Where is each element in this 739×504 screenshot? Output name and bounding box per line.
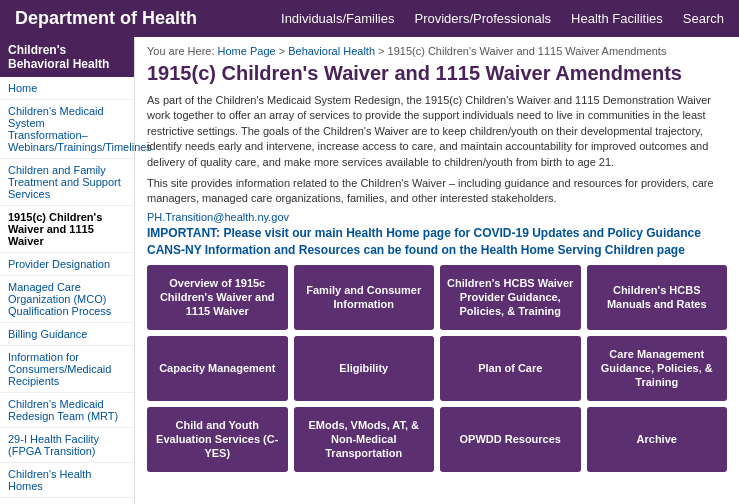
grid-item-family[interactable]: Family and Consumer Information [294,265,435,330]
grid-item-care-management[interactable]: Care Management Guidance, Policies, & Tr… [587,336,728,401]
sidebar-item-transformation[interactable]: Children's Medicaid System Transformatio… [0,100,134,159]
breadcrumb-prefix: You are Here: [147,45,218,57]
sidebar-item-mrt[interactable]: Children's Medicaid Redesign Team (MRT) [0,393,134,428]
sidebar-item-waiver[interactable]: 1915(c) Children's Waiver and 1115 Waive… [0,206,134,253]
grid-item-opwdd[interactable]: OPWDD Resources [440,407,581,472]
email-link[interactable]: PH.Transition@health.ny.gov [147,211,727,223]
sidebar-item-family-treatment[interactable]: Children and Family Treatment and Suppor… [0,159,134,206]
sidebar-item-home[interactable]: Home [0,77,134,100]
breadcrumb-current: 1915(c) Children's Waiver and 1115 Waive… [388,45,667,57]
intro-text: As part of the Children's Medicaid Syste… [147,93,727,170]
grid-item-archive[interactable]: Archive [587,407,728,472]
breadcrumb-behavioral-health[interactable]: Behavioral Health [288,45,375,57]
sidebar-item-mco[interactable]: Managed Care Organization (MCO) Qualific… [0,276,134,323]
grid-item-overview[interactable]: Overview of 1915c Children's Waiver and … [147,265,288,330]
sidebar: Children's Behavioral Health Home Childr… [0,37,135,504]
main-nav: Individuals/Families Providers/Professio… [227,11,724,26]
content-grid: Overview of 1915c Children's Waiver and … [147,265,727,472]
main-content: You are Here: Home Page > Behavioral Hea… [135,37,739,504]
department-title: Department of Health [15,8,197,29]
grid-item-emods[interactable]: EMods, VMods, AT, & Non-Medical Transpor… [294,407,435,472]
grid-item-hcbs-waiver[interactable]: Children's HCBS Waiver Provider Guidance… [440,265,581,330]
sidebar-item-fpga[interactable]: 29-I Health Facility (FPGA Transition) [0,428,134,463]
breadcrumb: You are Here: Home Page > Behavioral Hea… [147,45,727,57]
sidebar-item-consumers[interactable]: Information for Consumers/Medicaid Recip… [0,346,134,393]
breadcrumb-home[interactable]: Home Page [218,45,276,57]
nav-individuals[interactable]: Individuals/Families [281,11,394,26]
nav-providers[interactable]: Providers/Professionals [414,11,551,26]
layout: Children's Behavioral Health Home Childr… [0,37,739,504]
page-title: 1915(c) Children's Waiver and 1115 Waive… [147,61,727,85]
nav-search[interactable]: Search [683,11,724,26]
sidebar-item-links[interactable]: Links/Learn More [0,498,134,504]
grid-item-eligibility[interactable]: Eligibility [294,336,435,401]
grid-item-plan-of-care[interactable]: Plan of Care [440,336,581,401]
grid-item-hcbs-manuals[interactable]: Children's HCBS Manuals and Rates [587,265,728,330]
sidebar-item-billing[interactable]: Billing Guidance [0,323,134,346]
covid-link[interactable]: IMPORTANT: Please visit our main Health … [147,226,727,240]
sidebar-item-provider-designation[interactable]: Provider Designation [0,253,134,276]
nav-health-facilities[interactable]: Health Facilities [571,11,663,26]
info-text: This site provides information related t… [147,176,727,207]
sidebar-item-health-homes[interactable]: Children's Health Homes [0,463,134,498]
grid-item-capacity[interactable]: Capacity Management [147,336,288,401]
sidebar-section-children: Children's Behavioral Health [0,37,134,77]
cans-link[interactable]: CANS-NY Information and Resources can be… [147,243,727,257]
grid-item-cyes[interactable]: Child and Youth Evaluation Services (C-Y… [147,407,288,472]
header: Department of Health Individuals/Familie… [0,0,739,37]
